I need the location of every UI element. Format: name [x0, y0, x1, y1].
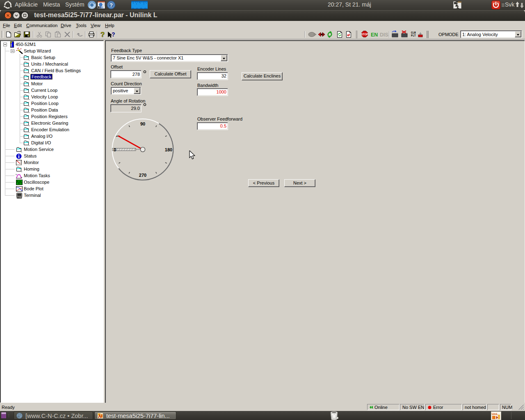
- svg-text:90: 90: [140, 121, 145, 126]
- svg-text:v: v: [16, 173, 17, 176]
- svg-text:STOP: STOP: [361, 33, 368, 36]
- svg-text:180: 180: [165, 147, 172, 152]
- svg-text:0: 0: [114, 147, 116, 152]
- svg-text:FLT: FLT: [411, 34, 416, 37]
- svg-text:?: ?: [112, 31, 115, 38]
- svg-text:UnL: UnL: [492, 412, 498, 416]
- svg-text:+: +: [21, 176, 23, 178]
- svg-text:?: ?: [110, 2, 113, 8]
- svg-text:270: 270: [139, 173, 146, 178]
- svg-text:EN: EN: [371, 32, 378, 38]
- svg-text:DIS: DIS: [380, 32, 388, 38]
- svg-text:?: ?: [100, 31, 105, 39]
- svg-text:CLR: CLR: [411, 32, 416, 34]
